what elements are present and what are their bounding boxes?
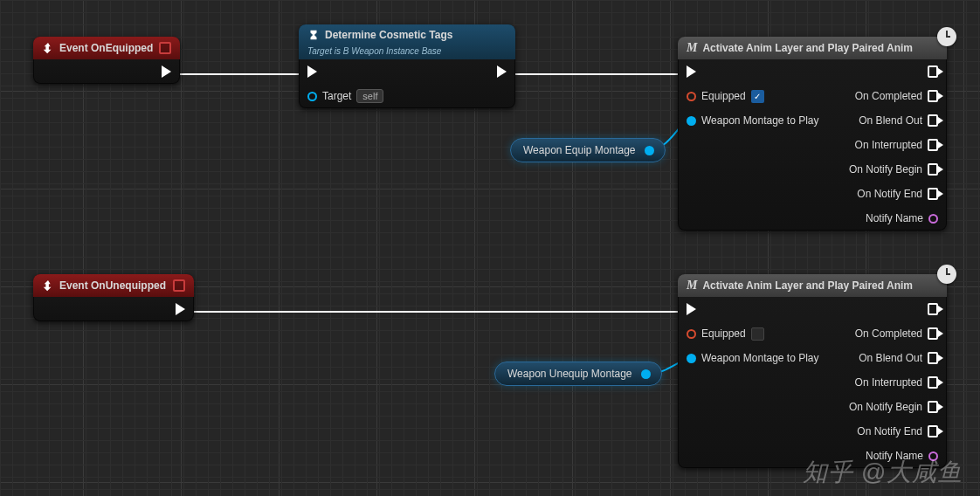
exec-in-pin[interactable] (687, 303, 696, 315)
latent-icon (937, 27, 956, 46)
out-label: On Notify Begin (849, 401, 922, 413)
out-label: On Blend Out (859, 352, 922, 364)
on-interrupted-pin[interactable] (928, 139, 938, 151)
pin-label: Weapon Montage to Play (701, 114, 819, 127)
var-out-pin[interactable] (641, 369, 651, 379)
exec-out-pin[interactable] (162, 65, 171, 78)
montage-pin[interactable] (687, 116, 696, 126)
exec-out-pin[interactable] (928, 303, 938, 315)
node-header: Determine Cosmetic Tags Target is B Weap… (299, 24, 515, 59)
node-header: M Activate Anim Layer and Play Paired An… (678, 274, 947, 297)
exec-in-pin[interactable] (687, 65, 696, 78)
equipped-pin[interactable] (687, 92, 696, 101)
on-completed-pin[interactable] (928, 327, 938, 340)
activate-anim-node-unequip[interactable]: M Activate Anim Layer and Play Paired An… (678, 274, 947, 468)
exec-out-pin[interactable] (176, 303, 185, 315)
function-icon (307, 29, 320, 41)
watermark-text: 知乎 @大咸鱼 (803, 456, 963, 489)
pin-label: Target (322, 90, 351, 102)
node-title: Event OnEquipped (59, 42, 153, 54)
exec-out-pin[interactable] (497, 65, 507, 78)
latent-icon (937, 265, 956, 284)
on-blend-out-pin[interactable] (928, 352, 938, 364)
out-label: On Interrupted (855, 376, 922, 389)
on-interrupted-pin[interactable] (928, 376, 938, 389)
out-label: On Notify End (857, 188, 922, 200)
pin-label: Equipped (701, 90, 746, 102)
var-label: Weapon Equip Montage (523, 144, 636, 156)
on-completed-pin[interactable] (928, 90, 938, 102)
delegate-icon (173, 279, 185, 292)
montage-pin[interactable] (687, 354, 696, 363)
out-label: Notify Name (866, 212, 923, 224)
out-label: On Blend Out (859, 114, 922, 127)
weapon-equip-montage-var[interactable]: Weapon Equip Montage (510, 138, 666, 162)
pin-label: Weapon Montage to Play (701, 352, 819, 364)
weapon-unequip-montage-var[interactable]: Weapon Unequip Montage (494, 362, 662, 386)
blueprint-graph[interactable]: Event OnEquipped Determine Cosmetic Tags… (0, 0, 980, 496)
self-default: self (356, 89, 383, 103)
node-title: Activate Anim Layer and Play Paired Anim (702, 42, 913, 54)
out-label: On Notify Begin (849, 163, 922, 176)
pin-label: Equipped (701, 327, 746, 340)
node-title: Event OnUnequipped (59, 279, 166, 292)
delegate-icon (159, 42, 171, 54)
var-label: Weapon Unequip Montage (507, 368, 632, 380)
event-on-equipped-node[interactable]: Event OnEquipped (33, 37, 180, 84)
node-header: Event OnUnequipped (33, 274, 194, 297)
equipped-checkbox-unchecked[interactable] (751, 327, 764, 341)
node-title: Activate Anim Layer and Play Paired Anim (702, 279, 913, 292)
out-label: On Interrupted (855, 139, 922, 151)
on-notify-begin-pin[interactable] (928, 401, 938, 413)
determine-cosmetic-tags-node[interactable]: Determine Cosmetic Tags Target is B Weap… (299, 24, 515, 108)
event-on-unequipped-node[interactable]: Event OnUnequipped (33, 274, 194, 321)
node-header: M Activate Anim Layer and Play Paired An… (678, 37, 947, 59)
node-title: Determine Cosmetic Tags (325, 29, 453, 41)
target-pin[interactable] (307, 92, 317, 101)
var-out-pin[interactable] (645, 146, 654, 155)
equipped-pin[interactable] (687, 329, 696, 339)
on-notify-end-pin[interactable] (928, 188, 938, 200)
out-label: On Notify End (857, 425, 922, 437)
exec-in-pin[interactable] (307, 65, 317, 78)
notify-name-pin[interactable] (928, 214, 938, 224)
node-subtitle: Target is B Weapon Instance Base (307, 46, 441, 56)
macro-icon: M (687, 279, 697, 293)
out-label: On Completed (855, 90, 922, 102)
out-label: On Completed (855, 327, 922, 340)
event-icon (42, 279, 54, 292)
on-blend-out-pin[interactable] (928, 114, 938, 127)
exec-out-pin[interactable] (928, 65, 938, 78)
on-notify-begin-pin[interactable] (928, 163, 938, 176)
activate-anim-node-equip[interactable]: M Activate Anim Layer and Play Paired An… (678, 37, 947, 231)
node-header: Event OnEquipped (33, 37, 180, 59)
on-notify-end-pin[interactable] (928, 425, 938, 437)
event-icon (42, 42, 54, 54)
macro-icon: M (687, 41, 697, 55)
equipped-checkbox-checked[interactable]: ✓ (751, 90, 764, 103)
